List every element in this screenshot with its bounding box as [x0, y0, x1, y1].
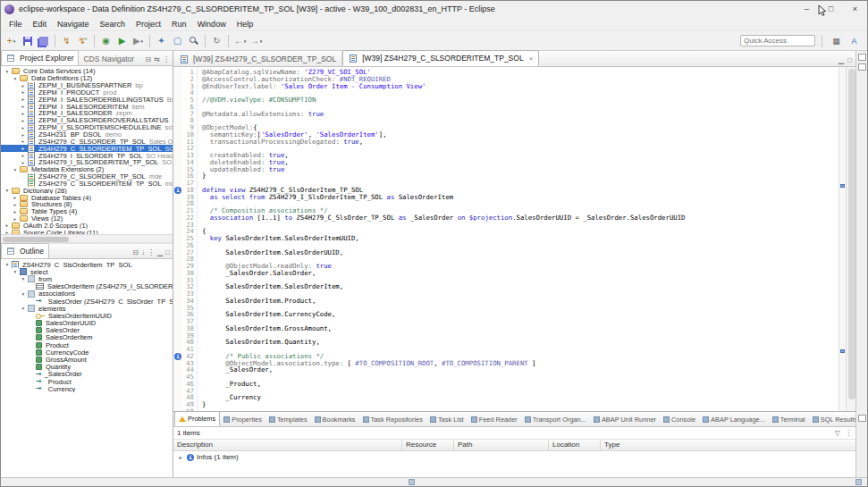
tree-item[interactable]: →_SalesOrder (ZS4H279_C_SlsOrder_TP_SOL) — [1, 298, 173, 305]
debug-icon[interactable]: ◉ — [98, 33, 114, 49]
menu-search[interactable]: Search — [95, 20, 131, 29]
expand-icon[interactable]: ▸ — [12, 202, 19, 207]
tab-abap-unit-runner[interactable]: ABAP Unit Runner — [590, 413, 660, 426]
collapse-all-icon[interactable]: ⊟ — [146, 56, 152, 63]
annotation-ruler[interactable]: ii — [173, 67, 182, 411]
run-icon[interactable]: ▶ — [114, 33, 130, 49]
filter-icon[interactable]: ▽ — [835, 429, 840, 437]
expand-icon[interactable]: ▸ — [20, 153, 27, 158]
quick-access-input[interactable] — [740, 35, 815, 46]
tree-item[interactable]: ▾Metadata Extensions (2) — [1, 166, 173, 173]
tree-item[interactable]: ▸ZEPM_I_SLSORDITEMSCHEDULELINEsched... — [1, 124, 173, 131]
tree-item[interactable]: ▸OAuth 2.0 Scopes (1) — [1, 223, 173, 230]
back-icon[interactable]: ←▾ — [232, 33, 248, 49]
tree-item[interactable]: CurrencyCode — [1, 348, 173, 356]
collapse-all-icon[interactable]: ⊟ — [132, 249, 139, 256]
tree-item[interactable]: ▸ZS4H279_C_SLSORDERITEM_TP_SOLSO Ite... — [1, 145, 173, 152]
expand-icon[interactable]: ▸ — [20, 160, 27, 165]
tree-item[interactable]: →_SalesOrder — [1, 371, 173, 378]
tree-item[interactable]: ▸ZS4H231_BP_DSOLdemo — [1, 131, 173, 139]
editor-tab[interactable]: [W39] ZS4H279_C_SLSORDER_TP_SOL — [174, 52, 342, 66]
code-line[interactable]: updateEnabled: true — [202, 166, 839, 173]
minimize-icon[interactable]: ▁ — [157, 249, 163, 256]
view-menu-icon[interactable]: ⋮ — [163, 56, 170, 63]
tree-item[interactable]: Product — [1, 341, 173, 348]
tree-item[interactable]: ZS4H279_C_SLSORDERITEM_TP_SOLmde — [1, 181, 173, 188]
tree-item[interactable]: ▾Dictionary (28) — [1, 187, 173, 194]
expand-icon[interactable]: ▸ — [20, 118, 27, 123]
tree-item[interactable]: ▾associations — [1, 290, 173, 298]
tab-bookmarks[interactable]: Bookmarks — [311, 413, 359, 426]
code-line[interactable] — [202, 117, 839, 124]
tree-item[interactable]: SalesOrderItemUUID — [1, 312, 173, 319]
info-marker-icon[interactable]: i — [174, 187, 181, 194]
menu-project[interactable]: Project — [131, 20, 166, 29]
menu-window[interactable]: Window — [192, 20, 232, 29]
collapse-icon[interactable]: ▾ — [4, 262, 11, 267]
code-line[interactable]: @EndUserText.label: 'Sales Order Item - … — [202, 83, 839, 90]
restore-view-icon[interactable] — [858, 54, 866, 61]
tree-item[interactable]: ▸Table Types (4) — [1, 208, 173, 215]
menu-run[interactable]: Run — [166, 20, 192, 29]
abap-perspective-icon[interactable]: A — [847, 33, 862, 49]
tree-item[interactable]: ▸ZEPM_I_SALESORDERITEMitem — [1, 103, 173, 110]
code-line[interactable]: as select from ZS4H279_I_SlsOrderItem_TP… — [202, 194, 839, 201]
sort-icon[interactable]: ↓ — [141, 249, 145, 256]
tab-terminal[interactable]: Terminal — [769, 413, 809, 426]
collapse-icon[interactable]: ▾ — [20, 276, 27, 281]
code-line[interactable]: @ObjectModel.association.type: [ #TO_COM… — [202, 360, 839, 367]
tab-console[interactable]: Console — [660, 413, 699, 426]
collapse-icon[interactable]: ▾ — [4, 69, 11, 74]
tab-project-explorer[interactable]: Project Explorer — [1, 50, 79, 65]
code-line[interactable]: SalesOrderItem.SalesOrderItem, — [202, 283, 839, 290]
tree-item[interactable]: SalesOrderItem — [1, 334, 173, 341]
tree-item[interactable]: ▸ZEPM_I_PRODUCTprod — [1, 89, 173, 97]
expand-icon[interactable]: ▸ — [20, 125, 27, 130]
tree-item[interactable]: ▸ZS4H279_I_SLSORDERITEM_TP_SOLSO Iter... — [1, 159, 173, 166]
code-line[interactable]: _Product, — [202, 381, 839, 388]
menu-edit[interactable]: Edit — [28, 20, 53, 29]
expand-icon[interactable]: ▸ — [20, 83, 27, 88]
close-button[interactable]: × — [843, 1, 867, 17]
tree-item[interactable]: ▸Views (12) — [1, 215, 173, 223]
code-line[interactable] — [202, 222, 839, 229]
vertical-scrollbar[interactable] — [846, 67, 855, 411]
tree-item[interactable]: ▾Data Definitions (12) — [1, 75, 173, 82]
tree-item[interactable]: ▸ZEPM_I_SALESORDERBILLINGSTATUSBstat... — [1, 96, 173, 103]
tree-item[interactable]: Quantity — [1, 364, 173, 371]
activate-multiple-icon[interactable]: ↯+ — [75, 33, 90, 49]
save-icon[interactable] — [20, 33, 35, 49]
overview-info-marker[interactable] — [840, 349, 845, 353]
code-line[interactable] — [202, 145, 839, 152]
collapse-icon[interactable]: ▾ — [12, 167, 19, 172]
minimize-button[interactable]: – — [795, 1, 819, 17]
overview-info-marker[interactable] — [840, 184, 845, 188]
tab-cds-navigator[interactable]: CDS Navigator — [79, 52, 139, 65]
menu-navigate[interactable]: Navigate — [52, 20, 95, 29]
tab-sql-results[interactable]: SQL Results — [809, 413, 855, 426]
scrollbar-thumb[interactable] — [848, 69, 855, 399]
tab-feed-reader[interactable]: Feed Reader — [468, 413, 521, 426]
menu-help[interactable]: Help — [232, 20, 259, 29]
editor-tab[interactable]: [W39] ZS4H279_C_SLSORDERITEM_TP_SOL× — [342, 50, 539, 66]
restore-view-icon[interactable] — [858, 63, 866, 71]
tree-item[interactable]: ▾select — [1, 268, 173, 275]
expand-icon[interactable]: ▸ — [177, 454, 184, 460]
restore-view-icon[interactable] — [858, 415, 866, 422]
tab-task-list[interactable]: Task List — [426, 413, 468, 426]
info-marker-icon[interactable]: i — [174, 353, 181, 360]
tree-item[interactable]: ▸ZEPM_I_BUSINESSPARTNERbp — [1, 82, 173, 89]
tab-abap-language-[interactable]: ABAP Language... — [699, 413, 769, 426]
expand-icon[interactable]: ▸ — [20, 132, 27, 138]
expand-icon[interactable]: ▸ — [20, 104, 27, 109]
new-abap-object-icon[interactable]: ✦ — [154, 33, 169, 49]
tree-item[interactable]: ▸ZEPM_I_SALESORDEROVERALLSTATUSostat — [1, 117, 173, 124]
collapse-icon[interactable]: ▾ — [12, 76, 19, 81]
code-line[interactable]: SalesOrderItem.GrossAmount, — [202, 325, 839, 332]
status-right-icon[interactable] — [855, 479, 862, 485]
expand-icon[interactable]: ▸ — [4, 223, 11, 228]
tree-item[interactable]: ZS4H279_C_SLSORDER_TP_SOLmde — [1, 173, 173, 181]
expand-icon[interactable]: ▸ — [20, 89, 27, 95]
problems-group-row[interactable]: ▸iInfos (1 item) — [173, 451, 855, 463]
code-line[interactable]: @Metadata.allowExtensions: true — [202, 111, 839, 118]
